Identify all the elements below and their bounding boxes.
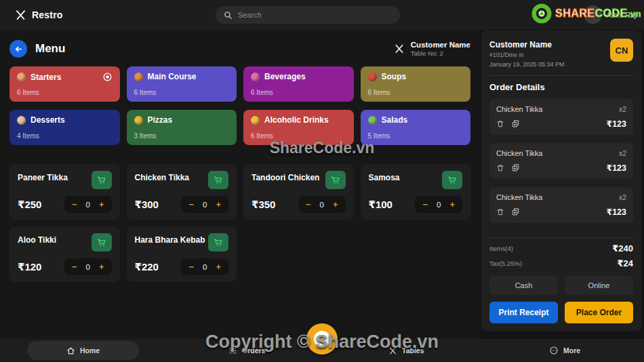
category-name: Desserts (31, 115, 65, 125)
quantity-stepper: − 0 + (298, 196, 346, 213)
copy-plus-icon (511, 163, 520, 172)
utensils-logo-icon (15, 9, 26, 21)
top-header-bar: Restro Amrit Raj (0, 0, 644, 30)
decrease-quantity-button[interactable]: − (422, 200, 428, 209)
category-item-count: 6 Items (134, 89, 230, 96)
increase-quantity-button[interactable]: + (333, 200, 338, 209)
category-card[interactable]: Salads 5 Items (361, 110, 471, 145)
category-name: Salads (382, 115, 408, 125)
order-item-price: ₹123 (606, 207, 626, 217)
quantity-value: 0 (86, 201, 90, 209)
search-bar[interactable] (216, 6, 400, 24)
order-items-list: Chicken Tikka x2 (489, 99, 633, 237)
nav-home[interactable]: Home (27, 341, 139, 360)
online-button[interactable]: Online (565, 276, 633, 295)
more-ellipsis-icon (549, 346, 559, 355)
cart-icon (330, 175, 341, 185)
currency-fab-button[interactable]: $ (306, 323, 338, 355)
quantity-value: 0 (203, 263, 207, 271)
add-to-cart-button[interactable] (208, 171, 228, 189)
add-to-cart-button[interactable] (208, 233, 228, 252)
print-receipt-button[interactable]: Print Receipt (489, 302, 558, 323)
delete-item-button[interactable] (496, 119, 504, 128)
increase-quantity-button[interactable]: + (449, 200, 455, 209)
increase-quantity-button[interactable]: + (99, 200, 104, 209)
menu-item-price: ₹120 (18, 261, 41, 273)
menu-item-card: Tandoori Chicken ₹350 − 0 + (243, 164, 354, 220)
order-customer-name: Customer Name (489, 39, 565, 51)
category-card[interactable]: Pizzas 3 Items (127, 110, 237, 145)
add-to-cart-button[interactable] (325, 171, 346, 189)
category-name: Beverages (264, 72, 306, 81)
payment-method-row: Cash Online (489, 276, 633, 295)
category-name: Main Course (148, 72, 197, 81)
delete-item-button[interactable] (496, 207, 504, 216)
menu-item-price: ₹300 (135, 199, 159, 211)
decrease-quantity-button[interactable]: − (306, 200, 311, 209)
category-item-count: 4 Items (17, 132, 113, 140)
menu-item-name: Paneer Tikka (18, 171, 68, 182)
arrow-left-icon (14, 45, 23, 54)
category-name: Soups (382, 72, 407, 81)
category-card[interactable]: Soups 6 Items (361, 66, 471, 102)
delete-item-button[interactable] (496, 163, 504, 172)
increase-quantity-button[interactable]: + (99, 262, 104, 271)
order-item-quantity: x2 (619, 105, 626, 113)
user-account[interactable]: Amrit Raj (584, 5, 636, 24)
add-to-cart-button[interactable] (442, 171, 462, 189)
category-food-icon (17, 116, 26, 125)
quantity-stepper: − 0 + (64, 258, 112, 275)
increase-quantity-button[interactable]: + (216, 200, 221, 209)
increase-quantity-button[interactable]: + (216, 262, 221, 271)
nav-tables[interactable]: Tables (388, 339, 424, 362)
category-card[interactable]: Main Course 6 Items (127, 66, 237, 102)
items-total-label: Items(4) (489, 245, 513, 252)
home-icon (66, 346, 75, 355)
decrease-quantity-button[interactable]: − (188, 262, 194, 271)
category-card[interactable]: Alcoholic Drinks 6 Items (243, 110, 354, 145)
add-to-cart-button[interactable] (92, 233, 112, 252)
trash-icon (496, 119, 504, 128)
quantity-stepper: − 0 + (181, 258, 228, 275)
category-card[interactable]: Starters 6 Items (9, 66, 120, 102)
cash-button[interactable]: Cash (489, 276, 558, 295)
menu-main-area: Menu Customer Name Table No: 2 Starters (0, 30, 480, 339)
menu-item-name: Samosa (369, 171, 400, 182)
add-to-cart-button[interactable] (92, 171, 112, 189)
category-card[interactable]: Beverages 6 Items (243, 66, 354, 102)
cart-icon (213, 175, 224, 185)
cart-icon (213, 237, 224, 247)
category-name: Alcoholic Drinks (264, 115, 329, 125)
category-card[interactable]: Desserts 4 Items (9, 110, 120, 145)
order-item-row: Chicken Tikka x2 (489, 99, 633, 135)
quantity-stepper: − 0 + (415, 196, 462, 213)
decrease-quantity-button[interactable]: − (72, 262, 77, 271)
order-item-name: Chicken Tikka (496, 149, 542, 157)
menu-item-price: ₹220 (135, 261, 159, 273)
category-food-icon (134, 73, 143, 81)
duplicate-item-button[interactable] (511, 119, 520, 128)
nav-orders-label: Orders (242, 346, 265, 355)
order-item-price: ₹123 (606, 163, 626, 173)
divider (489, 75, 633, 76)
orders-list-icon (228, 346, 237, 355)
duplicate-item-button[interactable] (511, 207, 520, 216)
nav-tables-label: Tables (402, 346, 424, 355)
nav-more[interactable]: More (549, 339, 580, 362)
decrease-quantity-button[interactable]: − (72, 200, 77, 209)
decrease-quantity-button[interactable]: − (188, 200, 194, 209)
table-number-label: Table No: 2 (411, 49, 470, 58)
user-name: Amrit Raj (607, 11, 636, 19)
dollar-icon: $ (314, 331, 330, 347)
search-icon (224, 11, 233, 20)
back-button[interactable] (9, 40, 27, 58)
menu-item-card: Aloo Tikki ₹120 − 0 + (9, 226, 120, 282)
place-order-button[interactable]: Place Order (565, 302, 633, 323)
nav-orders[interactable]: Orders (228, 339, 265, 362)
tax-label: Tax(5.25%) (489, 260, 522, 267)
duplicate-item-button[interactable] (511, 163, 520, 172)
category-name: Starters (31, 73, 61, 82)
customer-name-label: Customer Name (411, 40, 470, 49)
menu-item-name: Chicken Tikka (135, 171, 189, 182)
search-input[interactable] (238, 11, 392, 19)
